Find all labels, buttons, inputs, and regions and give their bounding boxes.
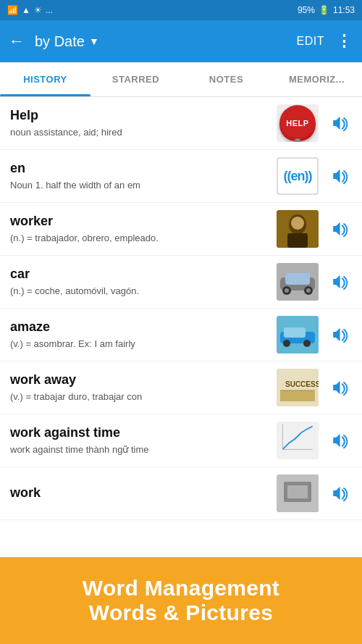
word-thumbnail bbox=[277, 316, 319, 354]
car-image bbox=[277, 263, 319, 301]
svg-text:SUCCESS: SUCCESS bbox=[285, 380, 319, 388]
word-definition: Noun 1. half the width of an em bbox=[10, 179, 271, 192]
word-thumbnail: SUCCESS bbox=[277, 369, 319, 406]
tab-starred[interactable]: STARRED bbox=[90, 62, 181, 96]
banner: Word Management Words & Pictures bbox=[0, 557, 362, 644]
more-options-button[interactable]: ⋮ bbox=[336, 32, 353, 51]
word-definition: noun assistance, aid; hired bbox=[10, 126, 271, 139]
list-item[interactable]: work away (v.) = trabajar duro, trabajar… bbox=[0, 361, 362, 414]
signal-icon: 📶 bbox=[7, 5, 18, 15]
word-title: work against time bbox=[10, 425, 271, 441]
nav-title[interactable]: by Date ▼ bbox=[35, 33, 297, 50]
svg-rect-17 bbox=[280, 390, 315, 401]
sort-label: by Date bbox=[35, 33, 85, 50]
svg-point-10 bbox=[306, 288, 311, 293]
dropdown-arrow-icon[interactable]: ▼ bbox=[89, 35, 99, 47]
list-item[interactable]: worker (n.) = trabajador, obrero, emplea… bbox=[0, 203, 362, 256]
svg-rect-2 bbox=[287, 233, 308, 248]
svg-point-3 bbox=[291, 217, 304, 230]
status-dots: ... bbox=[46, 5, 53, 15]
list-item[interactable]: work bbox=[0, 467, 362, 520]
list-item[interactable]: work against time work against time thàn… bbox=[0, 414, 362, 467]
word-title: work bbox=[10, 485, 271, 501]
word-text: car (n.) = coche, automóvil, vagón. bbox=[10, 266, 277, 298]
svg-rect-25 bbox=[287, 485, 308, 498]
tab-notes[interactable]: NOTES bbox=[181, 62, 272, 96]
status-left-icons: 📶 ▲ ☀ ... bbox=[7, 5, 53, 15]
svg-point-14 bbox=[283, 340, 290, 347]
list-item[interactable]: Help noun assistance, aid; hired HELP bbox=[0, 97, 362, 150]
tab-memorize[interactable]: MEMORIZ... bbox=[272, 62, 362, 96]
word-thumbnail: HELP bbox=[277, 104, 319, 142]
worker-image bbox=[277, 210, 319, 248]
success-image: SUCCESS bbox=[277, 369, 319, 406]
word-title: car bbox=[10, 266, 271, 283]
word-thumbnail bbox=[277, 474, 319, 512]
audio-button[interactable] bbox=[326, 216, 352, 242]
word-text: en Noun 1. half the width of an em bbox=[10, 160, 277, 192]
edit-button[interactable]: EDIT bbox=[297, 35, 324, 48]
word-text: work against time work against time thàn… bbox=[10, 425, 277, 456]
audio-button[interactable] bbox=[326, 480, 352, 506]
audio-button[interactable] bbox=[326, 322, 352, 348]
audio-button[interactable] bbox=[326, 269, 352, 295]
word-text: work away (v.) = trabajar duro, trabajar… bbox=[10, 372, 277, 403]
svg-point-15 bbox=[303, 340, 311, 347]
nav-actions: EDIT ⋮ bbox=[297, 32, 353, 51]
word-title: worker bbox=[10, 213, 271, 230]
word-list: Help noun assistance, aid; hired HELP en… bbox=[0, 97, 362, 557]
svg-rect-20 bbox=[279, 422, 316, 453]
brightness-icon: ☀ bbox=[34, 5, 42, 15]
status-right-icons: 95% 🔋 11:53 bbox=[298, 5, 355, 15]
time-display: 11:53 bbox=[333, 5, 355, 15]
word-title: amaze bbox=[10, 319, 271, 335]
battery-icon: 🔋 bbox=[319, 5, 329, 15]
wifi-icon: ▲ bbox=[22, 5, 30, 15]
nav-bar: ← by Date ▼ EDIT ⋮ bbox=[0, 20, 362, 62]
back-button[interactable]: ← bbox=[9, 32, 25, 51]
list-item[interactable]: en Noun 1. half the width of an em ((en)… bbox=[0, 150, 362, 203]
word-text: Help noun assistance, aid; hired bbox=[10, 107, 277, 139]
banner-line2: Words & Pictures bbox=[89, 601, 273, 625]
graph-image bbox=[277, 422, 319, 459]
word-definition: (n.) = trabajador, obrero, empleado. bbox=[10, 232, 271, 245]
word-text: worker (n.) = trabajador, obrero, emplea… bbox=[10, 213, 277, 245]
audio-button[interactable] bbox=[326, 375, 352, 401]
word-title: Help bbox=[10, 107, 271, 124]
work-image bbox=[277, 474, 319, 512]
help-image: HELP bbox=[279, 105, 316, 141]
audio-button[interactable] bbox=[326, 163, 352, 189]
word-definition: (n.) = coche, automóvil, vagón. bbox=[10, 285, 271, 298]
tabs-bar: HISTORY STARRED NOTES MEMORIZ... bbox=[0, 62, 362, 97]
svg-rect-6 bbox=[285, 273, 310, 285]
audio-button[interactable] bbox=[326, 110, 352, 136]
word-thumbnail bbox=[277, 263, 319, 301]
word-thumbnail bbox=[277, 210, 319, 248]
word-text: amaze (v.) = asombrar. Ex: I am fairly bbox=[10, 319, 277, 351]
word-definition: work against time thành ngữ time bbox=[10, 443, 271, 456]
list-item[interactable]: car (n.) = coche, automóvil, vagón. bbox=[0, 256, 362, 309]
word-definition: (v.) = trabajar duro, trabajar con bbox=[10, 390, 271, 403]
word-definition: (v.) = asombrar. Ex: I am fairly bbox=[10, 338, 271, 351]
amaze-image bbox=[277, 316, 319, 354]
word-title: work away bbox=[10, 372, 271, 388]
status-bar: 📶 ▲ ☀ ... 95% 🔋 11:53 bbox=[0, 0, 362, 20]
word-title: en bbox=[10, 160, 271, 177]
word-text: work bbox=[10, 485, 277, 501]
audio-button[interactable] bbox=[326, 427, 352, 453]
word-thumbnail: ((en)) bbox=[277, 157, 319, 195]
battery-percent: 95% bbox=[298, 5, 315, 15]
word-thumbnail bbox=[277, 422, 319, 459]
list-item[interactable]: amaze (v.) = asombrar. Ex: I am fairly bbox=[0, 309, 362, 361]
svg-point-9 bbox=[285, 288, 289, 293]
svg-rect-13 bbox=[284, 327, 306, 338]
tab-history[interactable]: HISTORY bbox=[0, 62, 90, 96]
banner-line1: Word Management bbox=[83, 576, 279, 601]
